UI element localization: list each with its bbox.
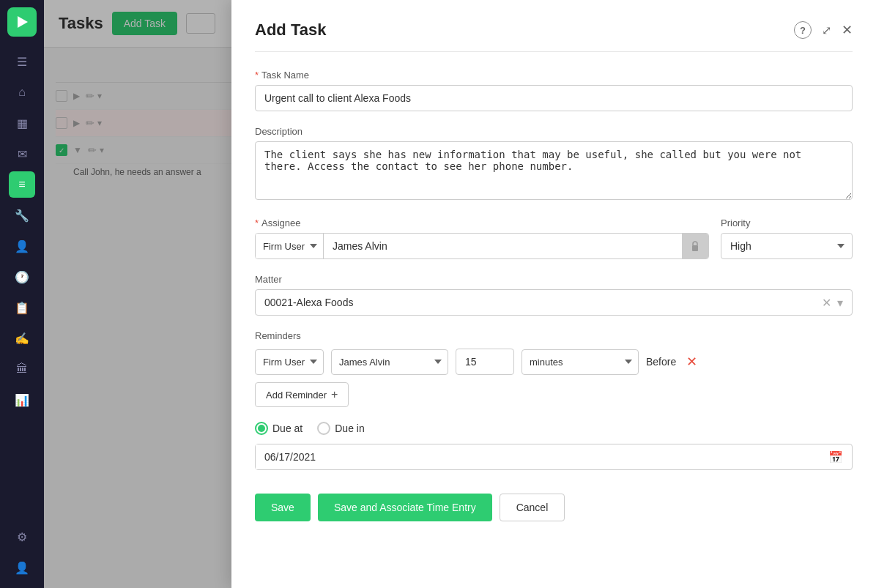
priority-select[interactable]: High <box>721 233 853 259</box>
sidebar-item-contacts[interactable]: 👤 <box>9 233 35 259</box>
matter-value: 00021-Alexa Foods <box>256 290 813 315</box>
due-in-option[interactable]: Due in <box>317 422 364 435</box>
assignee-type-select[interactable]: Firm User <box>256 234 324 258</box>
sidebar-item-trust[interactable]: 🏛 <box>9 356 35 382</box>
sidebar-item-esign[interactable]: ✍ <box>9 325 35 351</box>
matter-group: Matter 00021-Alexa Foods ✕ ▾ <box>255 274 853 316</box>
sidebar-item-time[interactable]: 🕐 <box>9 264 35 290</box>
matter-expand-icon[interactable]: ▾ <box>837 296 843 310</box>
calendar-icon[interactable]: 📅 <box>820 450 852 464</box>
due-group: Due at Due in 📅 <box>255 422 853 470</box>
task-name-group: *Task Name <box>255 70 853 111</box>
modal-title: Add Task <box>255 21 326 40</box>
modal-action-buttons: ? ⤢ ✕ <box>794 21 853 39</box>
reminder-number-input[interactable] <box>456 349 514 375</box>
date-input-row: 📅 <box>255 444 853 470</box>
due-at-option[interactable]: Due at <box>255 422 302 435</box>
add-task-modal: Add Task ? ⤢ ✕ *Task Name Description <box>231 0 876 588</box>
matter-input-row: 00021-Alexa Foods ✕ ▾ <box>255 289 853 316</box>
svg-marker-0 <box>18 16 28 28</box>
due-row: Due at Due in <box>255 422 853 435</box>
save-associate-button[interactable]: Save and Associate Time Entry <box>318 494 492 521</box>
sidebar-item-home[interactable]: ⌂ <box>9 79 35 105</box>
due-in-radio[interactable] <box>317 422 330 435</box>
assignee-priority-row: *Assignee Firm User James Alvin <box>255 217 853 274</box>
assignee-name-select[interactable]: James Alvin <box>324 234 682 258</box>
expand-icon[interactable]: ⤢ <box>822 23 831 37</box>
sidebar: ☰ ⌂ ▦ ✉ ≡ 🔧 👤 🕐 📋 ✍ 🏛 📊 ⚙ 👤 <box>0 0 44 588</box>
sidebar-item-calendar[interactable]: ▦ <box>9 110 35 136</box>
reminder-type-select[interactable]: Firm User <box>255 349 324 375</box>
sidebar-item-menu[interactable]: ☰ <box>9 48 35 75</box>
due-date-input[interactable] <box>256 444 820 469</box>
reminder-delete-icon[interactable]: ✕ <box>686 354 697 370</box>
sidebar-item-profile[interactable]: 👤 <box>9 554 35 581</box>
description-group: Description <box>255 126 853 203</box>
app-logo[interactable] <box>7 7 37 37</box>
reminder-name-select[interactable]: James Alvin <box>331 349 448 375</box>
required-mark: * <box>255 70 259 81</box>
sidebar-item-mail[interactable]: ✉ <box>9 141 35 167</box>
add-reminder-button[interactable]: Add Reminder + <box>255 382 349 407</box>
reminders-label: Reminders <box>255 330 853 341</box>
add-reminder-label: Add Reminder <box>266 390 327 401</box>
assignee-label: *Assignee <box>255 217 709 228</box>
sidebar-item-settings[interactable]: ⚙ <box>9 524 35 550</box>
cancel-button[interactable]: Cancel <box>500 494 565 521</box>
reminders-section: Reminders Firm User James Alvin minutes … <box>255 330 853 407</box>
assignee-select-group: Firm User James Alvin <box>255 233 709 259</box>
description-input[interactable] <box>255 141 853 200</box>
help-icon[interactable]: ? <box>794 21 812 39</box>
description-label: Description <box>255 126 853 137</box>
lock-icon[interactable] <box>682 234 708 258</box>
due-in-label: Due in <box>335 423 364 434</box>
save-button[interactable]: Save <box>255 494 311 521</box>
matter-clear-icon[interactable]: ✕ <box>822 296 831 310</box>
sidebar-item-tasks[interactable]: ≡ <box>9 171 35 198</box>
assignee-group: *Assignee Firm User James Alvin <box>255 217 709 259</box>
modal-overlay: Add Task ? ⤢ ✕ *Task Name Description <box>44 0 876 588</box>
main-content: Tasks Add Task Priority ▶ ✏ ▾ Low ▶ ✏ <box>44 0 876 588</box>
task-name-label: *Task Name <box>255 70 853 81</box>
sidebar-item-billing[interactable]: 📋 <box>9 294 35 321</box>
close-icon[interactable]: ✕ <box>842 22 853 38</box>
footer-buttons: Save Save and Associate Time Entry Cance… <box>255 494 853 521</box>
plus-icon: + <box>331 388 338 401</box>
due-at-label: Due at <box>272 423 302 434</box>
sidebar-item-reports[interactable]: 📊 <box>9 387 35 413</box>
matter-label: Matter <box>255 274 853 285</box>
reminder-unit-select[interactable]: minutes <box>521 349 639 375</box>
matter-actions: ✕ ▾ <box>813 296 852 310</box>
task-name-input[interactable] <box>255 85 853 111</box>
reminder-row: Firm User James Alvin minutes Before ✕ <box>255 349 853 375</box>
priority-label: Priority <box>721 217 853 228</box>
svg-rect-1 <box>692 245 698 251</box>
sidebar-item-tools[interactable]: 🔧 <box>9 202 35 228</box>
priority-group: Priority High <box>721 217 853 259</box>
modal-header: Add Task ? ⤢ ✕ <box>255 21 853 52</box>
due-at-radio[interactable] <box>255 422 268 435</box>
reminder-before-label: Before <box>646 356 676 368</box>
